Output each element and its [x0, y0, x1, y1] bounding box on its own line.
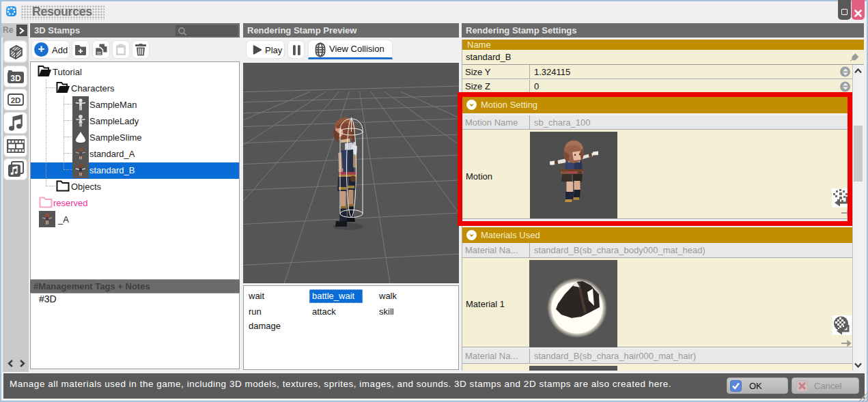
svg-text:3D: 3D: [10, 74, 21, 83]
svg-text:2D: 2D: [10, 96, 20, 104]
